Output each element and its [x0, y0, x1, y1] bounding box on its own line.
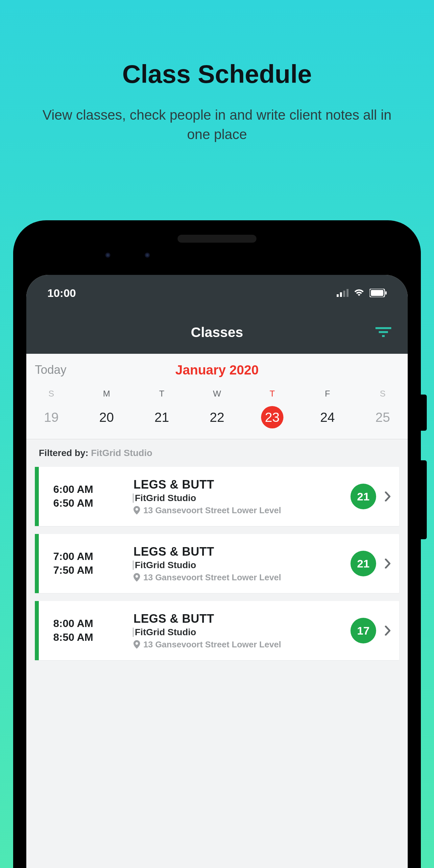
svg-rect-5 [371, 290, 383, 296]
day-letter: W [213, 389, 221, 399]
cellular-icon [337, 289, 348, 297]
app-header: Classes [26, 311, 408, 354]
accent-bar [35, 467, 39, 526]
svg-rect-8 [379, 331, 388, 333]
time-column: 6:00 AM 6:50 AM [39, 483, 124, 510]
day-letter: T [270, 389, 275, 399]
day-column[interactable]: W22 [200, 389, 234, 428]
chevron-right-icon [376, 626, 399, 636]
address-text: 13 Gansevoort Street Lower Level [143, 572, 281, 583]
battery-icon [370, 289, 386, 297]
class-name: LEGS & BUTT [133, 612, 350, 626]
class-card[interactable]: 6:00 AM 6:50 AM LEGS & BUTT FitGrid Stud… [35, 467, 399, 526]
studio-name: FitGrid Studio [133, 493, 350, 503]
end-time: 6:50 AM [53, 496, 124, 510]
phone-frame: 10:00 [13, 220, 421, 868]
app-header-title: Classes [191, 324, 243, 340]
studio-name: FitGrid Studio [133, 627, 350, 638]
class-name: LEGS & BUTT [133, 545, 350, 559]
location-pin-icon [133, 640, 140, 649]
filter-icon[interactable] [375, 327, 391, 338]
address-row: 13 Gansevoort Street Lower Level [133, 572, 350, 583]
day-number: 23 [261, 406, 283, 428]
filter-value: FitGrid Studio [91, 448, 153, 458]
status-bar: 10:00 [26, 275, 408, 311]
svg-rect-0 [337, 294, 339, 297]
details-column: LEGS & BUTT FitGrid Studio 13 Gansevoort… [124, 545, 350, 583]
start-time: 8:00 AM [53, 617, 124, 631]
start-time: 7:00 AM [53, 550, 124, 563]
day-number: 19 [40, 406, 62, 428]
calendar-header: Today January 2020 [35, 363, 399, 377]
status-time: 10:00 [48, 287, 76, 300]
start-time: 6:00 AM [53, 483, 124, 496]
chevron-right-icon [376, 559, 399, 568]
day-letter: S [380, 389, 385, 399]
attendee-count-badge: 21 [350, 484, 376, 509]
today-button[interactable]: Today [35, 363, 66, 377]
accent-bar [35, 534, 39, 593]
filter-by-label: Filtered by: [39, 448, 91, 458]
phone-side-button [421, 460, 427, 539]
day-letter: M [103, 389, 110, 399]
day-letter: F [325, 389, 330, 399]
screen: 10:00 [26, 275, 408, 868]
time-column: 7:00 AM 7:50 AM [39, 550, 124, 577]
studio-name: FitGrid Studio [133, 560, 350, 570]
wifi-icon [353, 289, 365, 297]
svg-rect-6 [385, 291, 386, 294]
day-column[interactable]: F24 [311, 389, 344, 428]
page-subtitle: View classes, check people in and write … [0, 105, 434, 144]
day-column[interactable]: M20 [90, 389, 123, 428]
day-column[interactable]: S25 [366, 389, 399, 428]
svg-rect-1 [340, 292, 342, 297]
location-pin-icon [133, 506, 140, 515]
address-row: 13 Gansevoort Street Lower Level [133, 505, 350, 516]
address-row: 13 Gansevoort Street Lower Level [133, 640, 350, 650]
filter-summary: Filtered by: FitGrid Studio [26, 439, 408, 467]
accent-bar [35, 601, 39, 660]
day-number: 24 [316, 406, 339, 428]
day-number: 22 [206, 406, 228, 428]
page-title: Class Schedule [0, 59, 434, 89]
chevron-right-icon [376, 492, 399, 501]
svg-rect-2 [343, 291, 345, 297]
day-column[interactable]: T21 [145, 389, 178, 428]
day-number: 21 [151, 406, 173, 428]
phone-camera-icon [105, 252, 111, 258]
phone-camera-icon [145, 252, 150, 258]
day-column[interactable]: T23 [256, 389, 289, 428]
details-column: LEGS & BUTT FitGrid Studio 13 Gansevoort… [124, 478, 350, 516]
status-icons [337, 289, 386, 297]
attendee-count-badge: 21 [350, 551, 376, 577]
svg-rect-9 [382, 335, 385, 337]
class-card[interactable]: 7:00 AM 7:50 AM LEGS & BUTT FitGrid Stud… [35, 534, 399, 593]
days-row: S19M20T21W22T23F24S25 [35, 389, 399, 428]
end-time: 8:50 AM [53, 631, 124, 644]
day-letter: T [159, 389, 164, 399]
svg-rect-3 [346, 289, 348, 297]
phone-speaker [178, 235, 256, 243]
end-time: 7:50 AM [53, 563, 124, 577]
phone-side-button [421, 395, 427, 431]
address-text: 13 Gansevoort Street Lower Level [143, 505, 281, 516]
svg-rect-7 [375, 327, 391, 329]
day-column[interactable]: S19 [35, 389, 68, 428]
attendee-count-badge: 17 [350, 618, 376, 644]
month-label[interactable]: January 2020 [175, 363, 259, 377]
calendar-strip: Today January 2020 S19M20T21W22T23F24S25 [26, 354, 408, 439]
day-number: 20 [95, 406, 118, 428]
location-pin-icon [133, 573, 140, 582]
address-text: 13 Gansevoort Street Lower Level [143, 640, 281, 650]
day-number: 25 [372, 406, 394, 428]
day-letter: S [48, 389, 54, 399]
details-column: LEGS & BUTT FitGrid Studio 13 Gansevoort… [124, 612, 350, 650]
class-card[interactable]: 8:00 AM 8:50 AM LEGS & BUTT FitGrid Stud… [35, 601, 399, 660]
time-column: 8:00 AM 8:50 AM [39, 617, 124, 644]
class-name: LEGS & BUTT [133, 478, 350, 492]
